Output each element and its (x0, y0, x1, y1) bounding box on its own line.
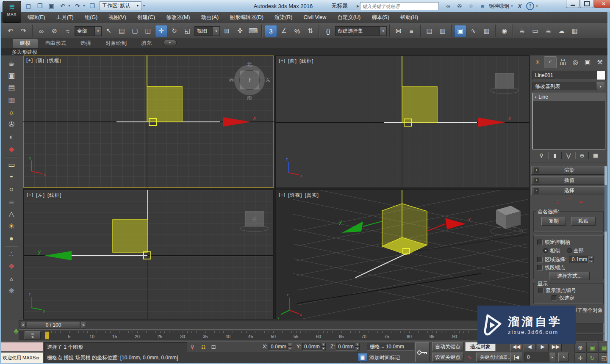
key-tangent-icon[interactable]: ∿ (465, 353, 474, 361)
rollout-state-icon[interactable]: + (534, 168, 539, 173)
render-gallery-icon[interactable]: ▦ (568, 25, 581, 37)
auto-key-button[interactable]: 自动关键点 (432, 342, 463, 351)
viewport-shading[interactable]: [真实] (305, 192, 319, 199)
project-folder-icon[interactable]: ❐ (88, 2, 97, 10)
z-coordinate-field[interactable]: 0.0mm (336, 343, 357, 351)
area-selection-checkbox[interactable] (537, 257, 543, 262)
show-end-result-icon[interactable]: ▮ (550, 152, 560, 159)
communication-center-icon[interactable]: ✇ (455, 2, 465, 10)
shaded-sphere-icon[interactable]: ◐ (4, 131, 19, 143)
viewport-left[interactable]: [+] [左] [线框] y 左 (23, 190, 274, 320)
current-frame-field[interactable]: 0 (524, 353, 552, 362)
viewport-shading[interactable]: [线框] (47, 58, 61, 64)
zoom-extents-icon[interactable]: ▣ (586, 342, 598, 353)
open-file-icon[interactable]: ❒ (35, 2, 44, 10)
rock-object-icon[interactable]: ❋ (4, 285, 19, 297)
curve-editor-icon[interactable]: ∿ (467, 25, 480, 37)
menu-item[interactable]: 脚本(S) (366, 12, 395, 23)
redo-dropdown-icon[interactable]: ▼ (83, 4, 86, 7)
lock-handles-checkbox[interactable] (537, 240, 543, 245)
ribbon-tab[interactable]: 建模 (13, 39, 38, 48)
render-teapot-icon[interactable]: ☕ (4, 57, 19, 69)
sphere-object-icon[interactable]: ● (4, 232, 19, 245)
maxscript-listener[interactable]: 欢迎使用 MAXScr (1, 352, 43, 363)
rendered-frame-window-icon[interactable]: ▭ (529, 25, 541, 37)
menu-item[interactable]: 帮助(H) (395, 12, 424, 23)
isolate-selection-icon[interactable]: ⚲ (188, 343, 197, 350)
unlink-selection-icon[interactable]: ⊘ (48, 25, 61, 37)
keyboard-shortcut-override-icon[interactable]: ⌨ (247, 25, 259, 37)
video-camera-icon[interactable]: ◆ (4, 143, 19, 155)
close-button[interactable]: ✕ (594, 0, 610, 8)
redo-icon[interactable]: ↷ (73, 2, 82, 10)
rollout-state-icon[interactable]: - (534, 188, 539, 193)
vertex-numbers-checkbox[interactable] (538, 288, 543, 293)
make-unique-icon[interactable]: ⋁ (563, 152, 574, 159)
area-threshold-field[interactable]: 0.1mm (569, 256, 589, 263)
time-slider-thumb[interactable]: 0 / 100 (27, 322, 80, 328)
render-production-icon[interactable]: ☕ (542, 25, 555, 37)
sun-light-icon[interactable]: ☀ (4, 220, 19, 232)
panel-tab-create[interactable]: ✳ (532, 56, 543, 68)
plane-object-icon[interactable]: ▭ (4, 159, 19, 171)
cone-object-icon[interactable]: △ (4, 208, 19, 220)
zoom-icon[interactable]: ⊕ (574, 342, 586, 353)
snaps-toggle-icon[interactable]: 3 (265, 25, 277, 37)
search-input[interactable] (360, 2, 439, 10)
named-selection-sets-arrow-icon[interactable]: ▼ (380, 27, 386, 36)
rollout-header-渲染[interactable]: +渲染 (531, 166, 607, 175)
render-in-cloud-icon[interactable]: ☁ (555, 25, 568, 37)
undo-dropdown-icon[interactable]: ▼ (68, 4, 71, 7)
undo-icon[interactable]: ↶ (58, 2, 67, 10)
x-coordinate-field[interactable]: 0.0mm (269, 343, 290, 351)
panel-scrollbar-thumb[interactable] (604, 185, 607, 232)
edit-named-selection-sets-icon[interactable]: {} (322, 25, 334, 37)
grass-object-icon[interactable]: ♣ (8, 325, 24, 337)
material-editor-icon[interactable]: ◉ (498, 25, 510, 37)
minimize-button[interactable] (566, 0, 580, 8)
selection-lock-icon[interactable]: Ω (199, 343, 208, 350)
modifier-list-dropdown[interactable]: 修改器列表 (532, 82, 598, 91)
absolute-mode-icon[interactable]: ⊡ (209, 343, 218, 350)
named-selection-sets-dropdown[interactable]: 创建选择集▼ (335, 26, 387, 36)
viewport-menu-plus[interactable]: [+] (26, 58, 33, 64)
rendered-frame-window-icon[interactable]: ▣ (4, 69, 19, 82)
wire-teapot-icon[interactable]: ☕ (4, 196, 19, 208)
window-crossing-icon[interactable]: ◫ (142, 25, 154, 37)
segment-subobject-icon[interactable]: ⌒ (566, 198, 572, 206)
panel-tab-modify[interactable]: ◜ (544, 56, 557, 68)
selected-only-row[interactable]: 仅选定 (552, 295, 574, 302)
selection-filter-arrow-icon[interactable]: ▼ (94, 27, 101, 36)
ribbon-tab[interactable]: 填充 (134, 39, 159, 48)
layer-manager-icon[interactable]: ▤ (423, 25, 435, 37)
modifier-stack[interactable]: ▪Line (532, 93, 605, 149)
viewport-shading[interactable]: [线框] (299, 58, 313, 64)
similar-radio-row[interactable]: 相似 (543, 247, 560, 254)
viewcube-dim[interactable]: 左 (240, 211, 269, 232)
schematic-view-icon[interactable]: ▦ (480, 25, 493, 37)
mirror-icon[interactable]: ⋈ (392, 25, 405, 37)
viewport-name[interactable]: [前] (288, 58, 297, 64)
select-and-manipulate-icon[interactable]: ✜ (234, 25, 246, 37)
reference-coordinate-system-dropdown[interactable]: 视图▼ (194, 26, 220, 36)
adaptive-degradation-icon[interactable]: ▣ (358, 353, 367, 361)
time-next-button[interactable]: > (81, 322, 86, 328)
segment-end-row[interactable]: 线段端点 (537, 264, 565, 271)
panel-tab-hierarchy[interactable]: 品 (557, 56, 569, 68)
molecule-helper-icon[interactable]: ❖ (4, 260, 19, 273)
favorites-star-icon[interactable]: ☆ (466, 2, 476, 10)
menu-item[interactable]: 渲染(R) (269, 12, 298, 23)
select-by-name-icon[interactable]: ▤ (116, 25, 128, 37)
mini-curve-editor-button[interactable]: ⎚⇅ (25, 331, 41, 339)
viewport-name[interactable]: [透视] (288, 192, 302, 199)
ribbon-tab[interactable]: 自由形式 (38, 39, 73, 48)
panel-scrollbar[interactable] (604, 166, 607, 360)
ribbon-minimize-button[interactable]: ▼ (163, 40, 177, 46)
macro-recorder-pane[interactable] (1, 342, 43, 352)
select-and-rotate-icon[interactable]: ↻ (168, 25, 180, 37)
stack-row[interactable]: ▪Line (533, 93, 605, 101)
select-and-move-icon[interactable]: ✛ (155, 25, 167, 37)
viewport-shading[interactable]: [线框] (47, 192, 61, 199)
modifier-list-arrow-icon[interactable]: ▼ (596, 82, 604, 91)
menu-item[interactable]: 工具(T) (51, 12, 79, 23)
